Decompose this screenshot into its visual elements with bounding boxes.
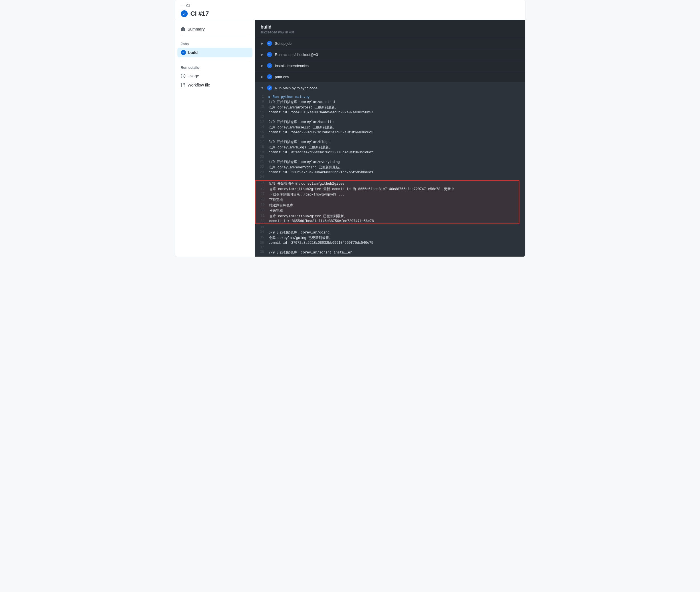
step-label-1: Set up job — [275, 41, 292, 46]
log-line-32: 32 commit id: 8655d6fbca81c7146c88756efc… — [256, 219, 519, 224]
log-line-34: 34 6/9 开始扫描仓库：coreylam/going — [255, 230, 525, 235]
home-icon — [181, 27, 185, 32]
log-line-35: 35 仓库 coreylam/going 已更新到最新。 — [255, 235, 525, 241]
sidebar-item-workflow-file[interactable]: Workflow file — [175, 81, 255, 90]
step-label-5: Run Main.py to sync code — [275, 86, 318, 90]
step-label-4: print env — [275, 75, 289, 79]
log-line-22: 22 仓库 coreylam/everything 已更新到最新。 — [255, 165, 525, 170]
log-line-36: 36 commit id: 27072a8a5218c08032bb699104… — [255, 241, 525, 245]
sidebar-divider — [181, 36, 249, 36]
log-line-21: 21 4/9 开始扫描仓库：coreylam/everything — [255, 159, 525, 165]
step-header-2[interactable]: ▶ Run actions/checkout@v3 — [255, 49, 525, 60]
step-check-icon-4 — [268, 76, 271, 78]
step-item-1: ▶ Set up job — [255, 38, 525, 49]
log-line-19: 19 commit id: a51ac6f42d56eeac76c222778c… — [255, 150, 525, 155]
workflow-status-icon — [181, 10, 188, 17]
step-status-3 — [267, 63, 272, 68]
step-label-3: Install dependencies — [275, 64, 309, 68]
main-layout: Summary Jobs build Run details — [175, 20, 525, 257]
step-status-5 — [267, 85, 272, 91]
log-line-29: 29 推送到目标仓库 — [256, 203, 519, 208]
expand-icon-4: ▶ — [261, 75, 264, 79]
step-header-4[interactable]: ▶ print env — [255, 71, 525, 82]
back-link[interactable]: ← CI — [181, 3, 520, 8]
log-line-30: 30 推送完成 — [256, 208, 519, 213]
job-header: build succeeded now in 48s — [255, 20, 525, 38]
file-icon — [181, 83, 185, 87]
back-label: CI — [186, 3, 190, 8]
log-line-12: 12 — [255, 115, 525, 119]
usage-label: Usage — [188, 73, 199, 78]
log-line-14: 14 仓库 coreylam/baselib 已更新到最新。 — [255, 125, 525, 130]
summary-label: Summary — [188, 27, 205, 32]
step-check-icon-2 — [268, 53, 271, 56]
job-name: build — [261, 24, 520, 30]
log-line-24: 24 — [255, 175, 525, 179]
step-status-4 — [267, 74, 272, 79]
check-icon — [182, 12, 186, 16]
log-line-25: 25 5/9 开始扫描仓库：coreylam/github2gitee — [256, 181, 519, 186]
expand-icon-5: ▼ — [261, 86, 264, 90]
step-header-5[interactable]: ▼ Run Main.py to sync code — [255, 83, 525, 93]
top-header: ← CI CI #17 — [175, 0, 525, 20]
log-line-16: 16 — [255, 135, 525, 139]
job-steps: ▶ Set up job ▶ — [255, 38, 525, 257]
log-line-28: 28 下载完成 — [256, 197, 519, 203]
step-status-2 — [267, 52, 272, 57]
jobs-section-title: Jobs — [175, 39, 255, 48]
back-arrow: ← — [181, 3, 184, 8]
log-line-17: 17 3/9 开始扫描仓库：coreylam/blogs — [255, 139, 525, 145]
step-item-3: ▶ Install dependencies — [255, 60, 525, 71]
step-label-2: Run actions/checkout@v3 — [275, 52, 318, 57]
log-line-33: 33 — [255, 225, 525, 230]
log-line-18: 18 仓库 coreylam/blogs 已更新到最新。 — [255, 145, 525, 150]
log-line-27: 27 下载仓库到临时目录：/tmp/tmpvgvmpyd9 ... — [256, 192, 519, 197]
log-line-23: 23 commit id: 230b9a7c3a790b4c68323bc21d… — [255, 170, 525, 175]
log-highlight-section: 25 5/9 开始扫描仓库：coreylam/github2gitee 26 仓… — [255, 181, 520, 224]
step-check-icon-3 — [268, 64, 271, 67]
log-line-13: 13 2/9 开始扫描仓库：coreylam/baselib — [255, 119, 525, 125]
log-line-38: 38 7/9 开始扫描仓库：coreylam/scrint_installer — [255, 250, 525, 255]
expand-icon-3: ▶ — [261, 64, 264, 68]
log-line-26: 26 仓库 coreylam/github2gitee 最新 commit id… — [256, 186, 519, 192]
log-line-20: 20 — [255, 155, 525, 159]
sidebar-item-summary[interactable]: Summary — [175, 24, 255, 34]
step-header-1[interactable]: ▶ Set up job — [255, 38, 525, 49]
workflow-title: CI #17 — [191, 10, 209, 17]
log-line-15: 15 commit id: fe4ed2994d057b12a0e2a7c052… — [255, 130, 525, 135]
build-check-icon — [182, 51, 185, 54]
step-check-icon-1 — [268, 42, 271, 45]
sidebar-divider-2 — [181, 60, 249, 60]
job-status: succeeded now in 48s — [261, 30, 520, 34]
sidebar-item-usage[interactable]: Usage — [175, 71, 255, 81]
build-label: build — [188, 50, 198, 55]
log-line-9: 9 1/9 开始扫描仓库：coreylam/autotest — [255, 99, 525, 105]
clock-icon — [181, 73, 185, 78]
run-details-title: Run details — [175, 62, 255, 71]
step-item-5: ▼ Run Main.py to sync code 1 — [255, 83, 525, 257]
expand-icon-1: ▶ — [261, 41, 264, 45]
workflow-file-label: Workflow file — [188, 83, 210, 87]
sidebar: Summary Jobs build Run details — [175, 20, 255, 257]
log-line-31: 31 仓库 coreylam/github2gitee 已更新到最新。 — [256, 213, 519, 219]
app-container: ← CI CI #17 Summary Job — [175, 0, 525, 257]
step-item-2: ▶ Run actions/checkout@v3 — [255, 49, 525, 60]
log-line-1: 1 ▶ Run python main.py — [255, 95, 525, 99]
step-item-4: ▶ print env — [255, 71, 525, 83]
log-output: 1 ▶ Run python main.py 9 1/9 开始扫描仓库：core… — [255, 93, 525, 256]
step-header-3[interactable]: ▶ Install dependencies — [255, 60, 525, 71]
log-line-37: 37 — [255, 245, 525, 250]
step-check-icon-5 — [268, 87, 271, 89]
page-title: CI #17 — [181, 10, 520, 17]
log-line-11: 11 commit id: fce433137ee807b4de5eac6b20… — [255, 110, 525, 115]
expand-icon-2: ▶ — [261, 52, 264, 56]
build-status-icon — [181, 50, 186, 55]
log-line-10: 10 仓库 coreylam/autotest 已更新到最新。 — [255, 105, 525, 110]
sidebar-item-build[interactable]: build — [177, 48, 253, 57]
content-area: build succeeded now in 48s ▶ Set up job — [255, 20, 525, 257]
step-status-1 — [267, 41, 272, 46]
